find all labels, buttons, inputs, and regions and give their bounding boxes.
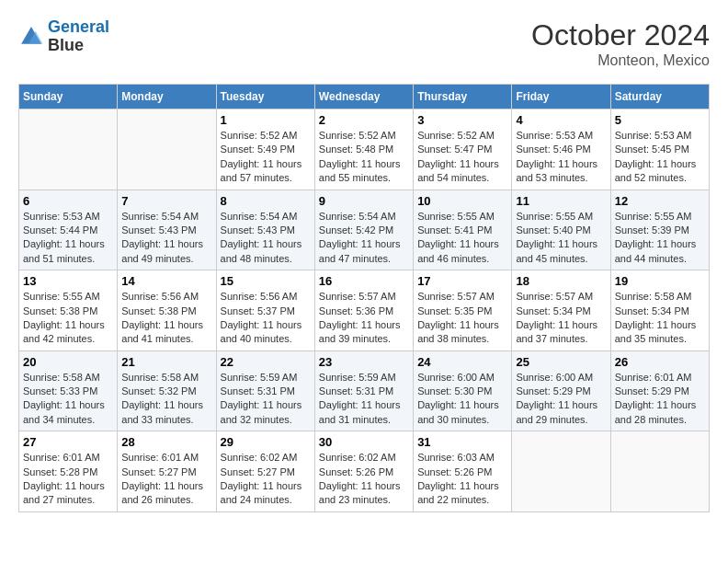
day-info: Sunrise: 5:54 AMSunset: 5:43 PMDaylight:… [121,210,211,267]
day-info: Sunrise: 5:52 AMSunset: 5:48 PMDaylight:… [319,129,409,186]
calendar-cell: 21Sunrise: 5:58 AMSunset: 5:32 PMDayligh… [118,350,216,431]
day-info: Sunrise: 5:54 AMSunset: 5:43 PMDaylight:… [221,210,311,267]
day-number: 26 [615,355,705,369]
day-number: 29 [221,435,311,449]
day-info: Sunrise: 6:02 AMSunset: 5:26 PMDaylight:… [319,451,409,508]
calendar-cell: 12Sunrise: 5:55 AMSunset: 5:39 PMDayligh… [610,190,709,270]
day-info: Sunrise: 5:52 AMSunset: 5:49 PMDaylight:… [221,129,311,186]
calendar-cell: 8Sunrise: 5:54 AMSunset: 5:43 PMDaylight… [216,190,314,270]
day-number: 5 [615,113,705,127]
month-year: October 2024 [531,18,710,52]
calendar-cell: 22Sunrise: 5:59 AMSunset: 5:31 PMDayligh… [216,350,314,431]
calendar-cell: 23Sunrise: 5:59 AMSunset: 5:31 PMDayligh… [314,350,413,431]
calendar-cell [512,431,610,512]
day-info: Sunrise: 5:58 AMSunset: 5:34 PMDaylight:… [615,290,705,347]
day-info: Sunrise: 6:00 AMSunset: 5:29 PMDaylight:… [516,371,606,428]
calendar-cell: 5Sunrise: 5:53 AMSunset: 5:45 PMDaylight… [610,109,709,190]
title-block: October 2024 Monteon, Mexico [531,18,710,69]
day-number: 28 [121,435,211,449]
header-day-sunday: Sunday [19,85,118,109]
week-row-3: 13Sunrise: 5:55 AMSunset: 5:38 PMDayligh… [19,270,710,351]
day-number: 1 [221,113,311,127]
day-info: Sunrise: 5:59 AMSunset: 5:31 PMDaylight:… [221,371,311,428]
calendar-cell: 6Sunrise: 5:53 AMSunset: 5:44 PMDaylight… [19,190,118,270]
day-info: Sunrise: 5:58 AMSunset: 5:32 PMDaylight:… [121,371,211,428]
day-number: 17 [417,274,507,288]
day-info: Sunrise: 6:01 AMSunset: 5:27 PMDaylight:… [121,451,211,508]
day-number: 27 [23,435,113,449]
calendar-cell: 25Sunrise: 6:00 AMSunset: 5:29 PMDayligh… [512,350,610,431]
calendar-cell: 3Sunrise: 5:52 AMSunset: 5:47 PMDaylight… [414,109,512,190]
day-info: Sunrise: 5:55 AMSunset: 5:40 PMDaylight:… [516,210,606,267]
week-row-4: 20Sunrise: 5:58 AMSunset: 5:33 PMDayligh… [19,350,710,431]
day-info: Sunrise: 5:55 AMSunset: 5:39 PMDaylight:… [615,210,705,267]
day-info: Sunrise: 5:56 AMSunset: 5:37 PMDaylight:… [221,290,311,347]
header-day-saturday: Saturday [610,85,709,109]
calendar-cell: 15Sunrise: 5:56 AMSunset: 5:37 PMDayligh… [216,270,314,351]
header-day-monday: Monday [118,85,216,109]
calendar-cell: 14Sunrise: 5:56 AMSunset: 5:38 PMDayligh… [118,270,216,351]
day-info: Sunrise: 5:55 AMSunset: 5:41 PMDaylight:… [417,210,507,267]
calendar-cell [19,109,118,190]
day-info: Sunrise: 6:01 AMSunset: 5:29 PMDaylight:… [615,371,705,428]
location: Monteon, Mexico [531,52,710,69]
day-number: 3 [417,113,507,127]
header-day-wednesday: Wednesday [314,85,413,109]
day-number: 18 [516,274,606,288]
day-info: Sunrise: 5:57 AMSunset: 5:34 PMDaylight:… [516,290,606,347]
day-number: 25 [516,355,606,369]
day-number: 23 [319,355,409,369]
day-number: 14 [121,274,211,288]
day-number: 9 [319,194,409,208]
calendar-cell: 28Sunrise: 6:01 AMSunset: 5:27 PMDayligh… [118,431,216,512]
calendar-cell: 30Sunrise: 6:02 AMSunset: 5:26 PMDayligh… [314,431,413,512]
calendar-cell: 11Sunrise: 5:55 AMSunset: 5:40 PMDayligh… [512,190,610,270]
week-row-5: 27Sunrise: 6:01 AMSunset: 5:28 PMDayligh… [19,431,710,512]
calendar-cell: 10Sunrise: 5:55 AMSunset: 5:41 PMDayligh… [414,190,512,270]
day-number: 16 [319,274,409,288]
day-number: 6 [23,194,113,208]
day-number: 7 [121,194,211,208]
calendar-cell: 16Sunrise: 5:57 AMSunset: 5:36 PMDayligh… [314,270,413,351]
day-info: Sunrise: 5:57 AMSunset: 5:36 PMDaylight:… [319,290,409,347]
calendar-cell: 27Sunrise: 6:01 AMSunset: 5:28 PMDayligh… [19,431,118,512]
week-row-1: 1Sunrise: 5:52 AMSunset: 5:49 PMDaylight… [19,109,710,190]
day-info: Sunrise: 6:02 AMSunset: 5:27 PMDaylight:… [221,451,311,508]
calendar-cell: 24Sunrise: 6:00 AMSunset: 5:30 PMDayligh… [414,350,512,431]
logo-text: General Blue [48,18,109,55]
day-number: 13 [23,274,113,288]
page-header: General Blue October 2024 Monteon, Mexic… [18,18,710,69]
day-number: 20 [23,355,113,369]
header-day-friday: Friday [512,85,610,109]
calendar-cell: 9Sunrise: 5:54 AMSunset: 5:42 PMDaylight… [314,190,413,270]
calendar-cell: 17Sunrise: 5:57 AMSunset: 5:35 PMDayligh… [414,270,512,351]
day-number: 31 [417,435,507,449]
header-row: SundayMondayTuesdayWednesdayThursdayFrid… [19,85,710,109]
calendar-cell: 4Sunrise: 5:53 AMSunset: 5:46 PMDaylight… [512,109,610,190]
day-number: 19 [615,274,705,288]
day-info: Sunrise: 6:03 AMSunset: 5:26 PMDaylight:… [417,451,507,508]
week-row-2: 6Sunrise: 5:53 AMSunset: 5:44 PMDaylight… [19,190,710,270]
day-info: Sunrise: 5:53 AMSunset: 5:44 PMDaylight:… [23,210,113,267]
calendar-cell: 19Sunrise: 5:58 AMSunset: 5:34 PMDayligh… [610,270,709,351]
calendar-cell: 1Sunrise: 5:52 AMSunset: 5:49 PMDaylight… [216,109,314,190]
day-number: 8 [221,194,311,208]
day-number: 21 [121,355,211,369]
day-info: Sunrise: 5:58 AMSunset: 5:33 PMDaylight:… [23,371,113,428]
calendar-cell [118,109,216,190]
logo-icon [18,24,44,50]
calendar-cell: 20Sunrise: 5:58 AMSunset: 5:33 PMDayligh… [19,350,118,431]
day-info: Sunrise: 5:54 AMSunset: 5:42 PMDaylight:… [319,210,409,267]
day-number: 22 [221,355,311,369]
calendar-cell: 29Sunrise: 6:02 AMSunset: 5:27 PMDayligh… [216,431,314,512]
day-number: 11 [516,194,606,208]
calendar-cell: 2Sunrise: 5:52 AMSunset: 5:48 PMDaylight… [314,109,413,190]
calendar-cell: 18Sunrise: 5:57 AMSunset: 5:34 PMDayligh… [512,270,610,351]
day-number: 30 [319,435,409,449]
calendar-cell: 26Sunrise: 6:01 AMSunset: 5:29 PMDayligh… [610,350,709,431]
day-info: Sunrise: 5:53 AMSunset: 5:46 PMDaylight:… [516,129,606,186]
logo: General Blue [18,18,109,55]
day-number: 2 [319,113,409,127]
calendar-cell [610,431,709,512]
calendar-cell: 31Sunrise: 6:03 AMSunset: 5:26 PMDayligh… [414,431,512,512]
